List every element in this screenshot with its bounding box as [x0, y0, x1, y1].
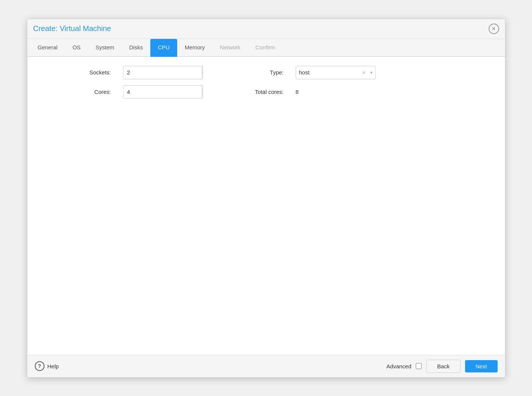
sockets-label: Sockets:	[39, 69, 114, 76]
cores-field[interactable]	[123, 86, 202, 98]
close-button[interactable]: ×	[489, 24, 499, 34]
sockets-spinner: ▲ ▼	[202, 66, 203, 79]
tab-system[interactable]: System	[88, 39, 122, 57]
tab-general[interactable]: General	[30, 39, 65, 57]
cores-spinner: ▲ ▼	[202, 86, 203, 98]
tab-bar: General OS System Disks CPU Memory Netwo…	[27, 39, 505, 57]
sockets-field[interactable]	[123, 66, 202, 79]
dialog-header: Create: Virtual Machine ×	[27, 19, 505, 39]
footer-right: Advanced Back Next	[387, 360, 498, 373]
cores-increment[interactable]: ▲	[202, 86, 203, 92]
type-select[interactable]: host × ▾	[296, 66, 376, 79]
tab-network: Network	[212, 39, 248, 57]
create-vm-dialog: Create: Virtual Machine × General OS Sys…	[27, 19, 505, 378]
dialog-footer: ? Help Advanced Back Next	[27, 355, 505, 377]
back-button[interactable]: Back	[426, 360, 460, 373]
tab-disks[interactable]: Disks	[122, 39, 151, 57]
tab-memory[interactable]: Memory	[177, 39, 212, 57]
sockets-decrement[interactable]: ▼	[202, 73, 203, 79]
type-label: Type:	[212, 69, 287, 76]
sockets-increment[interactable]: ▲	[202, 66, 203, 73]
sockets-input[interactable]: ▲ ▼	[123, 66, 203, 79]
help-label: Help	[47, 363, 59, 369]
dialog-body: Sockets: ▲ ▼ Type: host × ▾	[27, 57, 505, 355]
total-cores-label: Total cores:	[212, 89, 287, 95]
total-cores-value: 8	[296, 89, 376, 95]
advanced-checkbox[interactable]	[416, 363, 422, 369]
cpu-form: Sockets: ▲ ▼ Type: host × ▾	[39, 66, 376, 99]
dialog-title: Create: Virtual Machine	[33, 24, 111, 33]
type-clear-icon[interactable]: ×	[361, 69, 367, 76]
tab-cpu[interactable]: CPU	[150, 39, 177, 57]
next-button[interactable]: Next	[465, 360, 498, 372]
type-value: host	[299, 69, 358, 76]
tab-confirm: Confirm	[248, 39, 283, 57]
type-dropdown-icon[interactable]: ▾	[370, 70, 372, 75]
tab-os[interactable]: OS	[65, 39, 88, 57]
advanced-label: Advanced	[387, 363, 412, 369]
help-button[interactable]: ? Help	[35, 361, 59, 371]
cores-input[interactable]: ▲ ▼	[123, 85, 203, 99]
cores-decrement[interactable]: ▼	[202, 92, 203, 98]
close-icon: ×	[492, 25, 495, 32]
cores-label: Cores:	[39, 89, 114, 95]
help-icon: ?	[35, 361, 44, 371]
